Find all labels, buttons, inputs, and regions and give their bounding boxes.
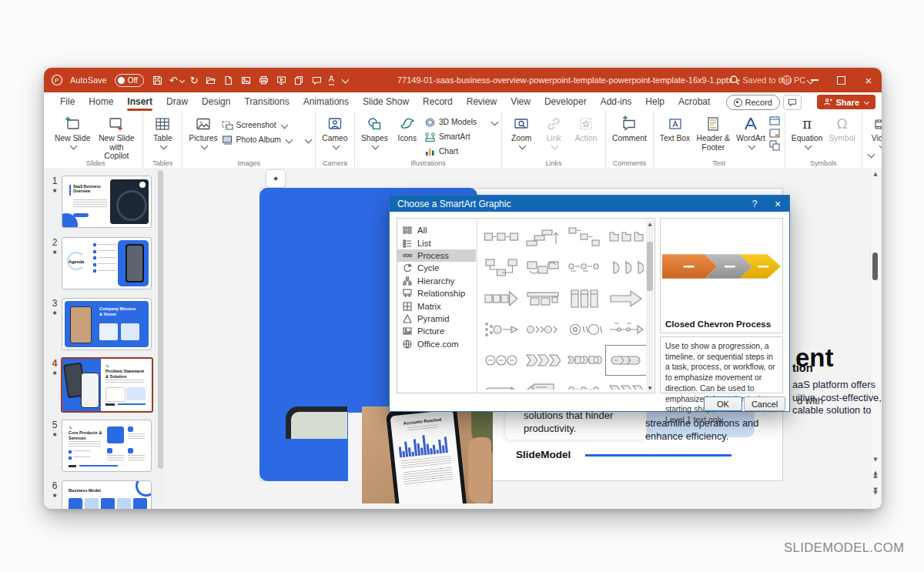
tab-slide-show[interactable]: Slide Show	[356, 93, 416, 111]
redo-icon[interactable]: ↻	[190, 75, 199, 86]
save-icon[interactable]	[152, 75, 162, 85]
slide-1-thumbnail[interactable]: SaaS Business Overview	[62, 176, 152, 228]
document-title[interactable]: 77149-01-saas-business-overview-powerpoi…	[397, 68, 813, 92]
qat-more-icon[interactable]	[340, 73, 348, 87]
category-pyramid[interactable]: Pyramid	[397, 313, 476, 325]
tab-file[interactable]: File	[53, 93, 82, 111]
smartart-closed-chevron-process[interactable]	[605, 345, 647, 376]
present-icon[interactable]	[276, 75, 286, 85]
video-button[interactable]: Video	[866, 114, 882, 152]
dialog-scrollbar[interactable]: ▲ ▼	[646, 219, 654, 392]
cancel-button[interactable]: Cancel	[744, 396, 785, 411]
slide-6-thumbnail[interactable]: Business Model	[62, 480, 152, 509]
new-slide-button[interactable]: New Slide	[52, 114, 92, 152]
smartart-process-layout-23[interactable]	[564, 376, 605, 390]
shapes-button[interactable]: Shapes	[359, 114, 390, 152]
record-button[interactable]: Record	[726, 95, 780, 110]
slide-3-thumbnail[interactable]: Company Mission & Vision	[62, 298, 152, 350]
maximize-button[interactable]	[828, 68, 854, 92]
smartart-button[interactable]: SmartArt	[424, 130, 497, 143]
tab-developer[interactable]: Developer	[537, 93, 594, 111]
minimize-button[interactable]	[802, 68, 828, 92]
3d-models-button[interactable]: 3D Models	[424, 115, 497, 129]
smartart-process-layout-04[interactable]	[605, 222, 647, 253]
category-cycle[interactable]: Cycle	[397, 262, 476, 274]
tab-insert[interactable]: Insert	[120, 93, 159, 111]
chart-button[interactable]: Chart	[424, 145, 497, 158]
ok-button[interactable]: OK	[704, 396, 742, 411]
scroll-down-icon[interactable]: ▼	[871, 457, 880, 463]
date-time-icon[interactable]	[769, 115, 781, 126]
text-box-button[interactable]: Text Box	[658, 114, 693, 144]
font-color-icon[interactable]: A	[329, 75, 334, 85]
slide-photo[interactable]: Accounts Reached	[362, 406, 493, 503]
slide-2-thumbnail[interactable]: Agenda	[62, 237, 152, 289]
new-slide-copilot-button[interactable]: New Slide with Copilot	[94, 114, 139, 162]
next-slide-icon[interactable]: ▼▼	[871, 488, 880, 494]
slide-4-thumbnail[interactable]: ✎ Problem Statement & Solution	[61, 357, 153, 413]
tab-transitions[interactable]: Transitions	[237, 93, 296, 111]
equation-button[interactable]: π Equation	[789, 114, 825, 152]
cameo-button[interactable]: Cameo	[320, 114, 350, 152]
category-process[interactable]: Process	[397, 249, 476, 262]
dialog-help-icon[interactable]: ?	[743, 196, 766, 212]
tab-acrobat[interactable]: Acrobat	[671, 93, 717, 111]
main-scrollbar[interactable]: ▲ ▼ ▲▲ ▼▼	[870, 168, 880, 509]
share-button[interactable]: Share	[817, 95, 875, 109]
collapse-ribbon-icon[interactable]	[866, 148, 874, 162]
open-folder-icon[interactable]	[206, 75, 216, 85]
category-list[interactable]: List	[397, 236, 476, 249]
tab-help[interactable]: Help	[638, 93, 671, 111]
close-button[interactable]: ×	[855, 68, 882, 92]
autosave-toggle[interactable]: Off	[115, 74, 144, 87]
smartart-process-layout-12[interactable]	[605, 283, 647, 314]
panel-scrollbar[interactable]	[158, 170, 163, 495]
tab-draw[interactable]: Draw	[159, 93, 195, 111]
smartart-process-layout-22[interactable]	[522, 376, 564, 390]
smartart-process-layout-15[interactable]	[564, 314, 605, 345]
smartart-process-layout-16[interactable]	[605, 314, 647, 345]
header-footer-button[interactable]: Header & Footer	[694, 114, 732, 152]
search-icon[interactable]	[723, 68, 746, 92]
smartart-process-layout-01[interactable]	[480, 222, 522, 253]
smartart-process-layout-19[interactable]	[564, 345, 605, 376]
comment-bubble-icon[interactable]	[312, 75, 322, 85]
table-button[interactable]: Table	[147, 114, 178, 152]
pictures-button[interactable]: Pictures	[186, 114, 219, 152]
tab-home[interactable]: Home	[82, 93, 120, 111]
presence-icon[interactable]	[775, 68, 798, 92]
category-hierarchy[interactable]: Hierarchy	[397, 275, 476, 287]
photo-album-button[interactable]: Photo Album	[222, 133, 311, 146]
category-matrix[interactable]: Matrix	[397, 299, 476, 312]
smartart-process-layout-07[interactable]	[564, 253, 605, 283]
previous-slide-icon[interactable]: ▲▲	[871, 471, 880, 477]
tab-design[interactable]: Design	[195, 93, 237, 111]
tab-animations[interactable]: Animations	[296, 93, 356, 111]
smartart-process-layout-10[interactable]	[522, 283, 564, 314]
wordart-button[interactable]: WordArt	[734, 114, 768, 152]
smartart-process-layout-08[interactable]	[605, 253, 647, 283]
tab-record[interactable]: Record	[416, 93, 460, 111]
designer-button[interactable]: ✦	[266, 169, 286, 188]
smartart-process-layout-21[interactable]	[480, 376, 522, 390]
scroll-thumb[interactable]	[872, 253, 878, 280]
smartart-process-layout-06[interactable]	[522, 253, 564, 283]
scroll-up-icon[interactable]: ▲	[871, 172, 880, 177]
smartart-process-layout-17[interactable]	[480, 345, 522, 376]
object-icon[interactable]	[769, 140, 781, 151]
smartart-process-layout-02[interactable]	[522, 222, 564, 253]
zoom-button[interactable]: Zoom	[506, 114, 537, 152]
dialog-title-bar[interactable]: Choose a SmartArt Graphic	[390, 196, 789, 212]
category-picture[interactable]: Picture	[397, 325, 476, 337]
category-relationship[interactable]: Relationship	[397, 287, 476, 299]
copy-icon[interactable]	[294, 75, 304, 85]
slide-number-icon[interactable]	[769, 128, 781, 139]
smartart-process-layout-09[interactable]	[480, 283, 522, 314]
new-file-icon[interactable]	[223, 75, 233, 85]
undo-icon[interactable]: ↶	[169, 75, 184, 86]
smartart-process-layout-05[interactable]	[480, 253, 522, 283]
tab-view[interactable]: View	[504, 93, 537, 111]
comment-button[interactable]: Comment	[610, 114, 649, 144]
comments-button[interactable]	[783, 95, 802, 110]
smartart-process-layout-14[interactable]	[522, 314, 564, 345]
